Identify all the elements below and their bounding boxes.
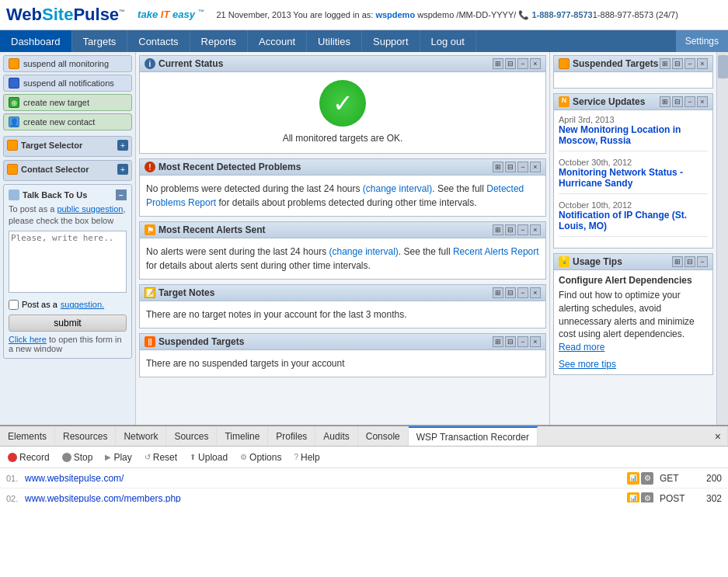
tab-sources[interactable]: Sources [166,426,217,446]
suggestion-link[interactable]: suggestion. [61,300,104,309]
nav-account[interactable]: Account [248,30,307,52]
tab-console[interactable]: Console [358,426,409,446]
ctrl-tn-4[interactable]: × [530,287,541,298]
help-button[interactable]: ? Help [291,450,322,464]
nav-dashboard[interactable]: Dashboard [0,30,72,52]
bar-chart-icon-1[interactable]: 📊 [627,472,639,485]
ctrl-rp-1[interactable]: ⊞ [493,162,503,172]
tab-audits[interactable]: Audits [315,426,357,446]
tab-timeline[interactable]: Timeline [217,426,268,446]
detected-problems-report-link[interactable]: Detected Problems Report [146,183,524,208]
ctrl-rp-2[interactable]: ⊟ [505,162,516,172]
ctrl-st-3[interactable]: − [517,336,528,347]
submit-button[interactable]: submit [9,315,127,332]
nav-contacts[interactable]: Contacts [127,30,190,52]
change-interval-link-problems[interactable]: (change interval) [363,183,432,194]
ctrl-ra-3[interactable]: − [517,224,528,235]
ctrl-ut-1[interactable]: ⊞ [672,256,683,267]
stop-button[interactable]: Stop [59,450,96,464]
header-hours: (24/7) [656,10,678,19]
talk-back-minimize[interactable]: − [116,189,127,200]
devtools-close-button[interactable]: × [709,426,728,446]
ctrl-rp-3[interactable]: − [517,162,528,172]
news-link-1[interactable]: New Monitoring Location in Moscow, Russi… [559,124,681,146]
nav-logout[interactable]: Log out [420,30,476,52]
ctrl-ra-4[interactable]: × [530,224,541,235]
ctrl-rs-3[interactable]: − [684,58,695,69]
tab-profiles[interactable]: Profiles [268,426,315,446]
gear-icon-1[interactable]: ⚙ [641,472,653,485]
ctrl-rs-1[interactable]: ⊞ [660,58,671,69]
create-target-button[interactable]: ⊕ create new target [3,94,132,111]
ctrl-su-4[interactable]: × [697,96,708,107]
row-url-1[interactable]: www.websitepulse.com/ [25,473,627,484]
nav-targets[interactable]: Targets [72,30,128,52]
row-url-2[interactable]: www.websitepulse.com/members.php [25,493,627,503]
ctrl-tn-1[interactable]: ⊞ [493,287,503,298]
nav-utilities[interactable]: Utilities [307,30,362,52]
suspend-notifications-button[interactable]: suspend all notifications [3,75,132,92]
tab-elements[interactable]: Elements [0,426,55,446]
tab-wsp-recorder[interactable]: WSP Transaction Recorder [409,426,538,446]
ctrl-st-2[interactable]: ⊟ [505,336,516,347]
ctrl-tn-3[interactable]: − [517,287,528,298]
ctrl-ut-3[interactable]: − [697,256,708,267]
ctrl-su-2[interactable]: ⊟ [672,96,683,107]
tab-resources[interactable]: Resources [55,426,116,446]
service-updates-widget: N Service Updates ⊞ ⊟ − × April 3rd, 201… [553,93,713,249]
header-phone[interactable]: 1-888-977-8573 [531,10,592,19]
current-status-header: i Current Status ⊞ ⊟ − × [140,56,545,72]
settings-button[interactable]: Settings [676,30,728,52]
bar-chart-icon-2[interactable]: 📊 [627,492,639,503]
record-button[interactable]: Record [5,450,53,464]
tab-network[interactable]: Network [116,426,166,446]
contact-selector-add[interactable]: + [117,164,128,175]
options-button[interactable]: ⚙ Options [237,450,284,464]
change-interval-link-alerts[interactable]: (change interval) [329,246,398,257]
usage-tips-controls: ⊞ ⊟ − [672,256,708,267]
recent-alerts-report-link[interactable]: Recent Alerts Report [453,246,539,257]
new-window-link[interactable]: Click here [9,335,47,344]
ctrl-ut-2[interactable]: ⊟ [684,256,695,267]
suspend-monitoring-button[interactable]: suspend all monitoring [3,55,132,72]
ctrl-su-1[interactable]: ⊞ [660,96,671,107]
new-window-text: Click here to open this form in a new wi… [9,335,127,353]
ctrl-st-1[interactable]: ⊞ [493,336,503,347]
see-more-tips-link[interactable]: See more tips [559,359,708,370]
news-link-2[interactable]: Monitoring Network Status - Hurricane Sa… [559,167,683,189]
public-suggestion-link[interactable]: public suggestion [57,204,123,214]
ctrl-st-4[interactable]: × [530,336,541,347]
suggestion-checkbox[interactable] [9,300,19,310]
target-selector-add[interactable]: + [117,140,128,151]
play-button[interactable]: ▶ Play [102,450,134,464]
ctrl-rs-4[interactable]: × [697,58,708,69]
ctrl-rs-2[interactable]: ⊟ [672,58,683,69]
news-link-3[interactable]: Notification of IP Change (St. Louis, MO… [559,210,687,231]
ctrl-ra-2[interactable]: ⊟ [505,224,516,235]
scroll-thumb[interactable] [718,55,728,78]
ctrl-close[interactable]: × [530,58,541,69]
nav-reports[interactable]: Reports [190,30,249,52]
right-sidebar: Suspended Targets ⊞ ⊟ − × N Service Upda… [549,52,716,425]
ctrl-ra-1[interactable]: ⊞ [493,224,503,235]
upload-button[interactable]: ⬆ Upload [186,450,231,464]
reset-button[interactable]: ↺ Reset [141,450,180,464]
ctrl-minimize[interactable]: − [517,58,528,69]
read-more-link[interactable]: Read more [559,342,604,353]
header-username[interactable]: wspdemo [375,10,415,19]
status-text: All monitored targets are OK. [283,131,403,145]
ctrl-su-3[interactable]: − [684,96,695,107]
current-status-body: ✓ All monitored targets are OK. [140,72,545,153]
nav-support[interactable]: Support [362,30,420,52]
logo-web: Web [6,5,42,24]
ctrl-rp-4[interactable]: × [530,162,541,172]
create-target-label: create new target [23,98,89,107]
ctrl-resize1[interactable]: ⊞ [493,58,503,69]
gear-icon-2[interactable]: ⚙ [641,492,653,503]
ctrl-tn-2[interactable]: ⊟ [505,287,516,298]
ctrl-resize2[interactable]: ⊟ [505,58,516,69]
header-date-format: /MM-DD-YYYY/ [456,10,516,19]
talk-textarea[interactable] [9,231,127,293]
options-icon: ⚙ [240,453,247,461]
create-contact-button[interactable]: 👤 create new contact [3,113,132,130]
